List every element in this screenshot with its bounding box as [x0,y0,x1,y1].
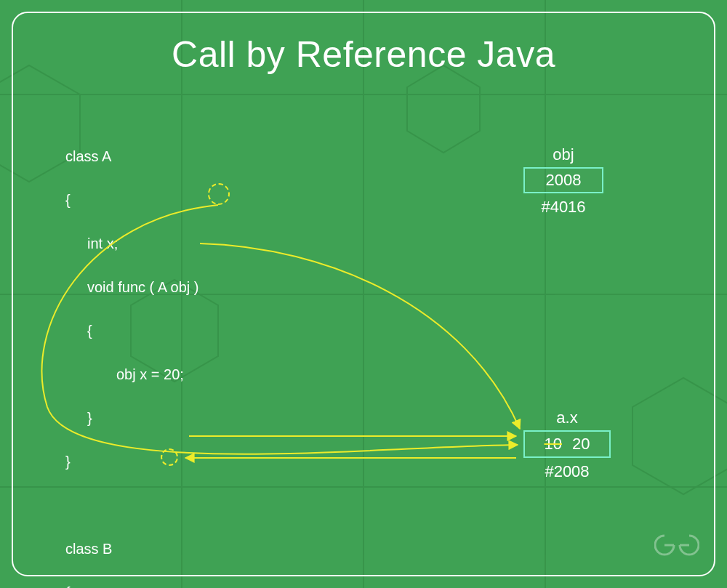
ax-old-value: 10 [545,435,562,454]
code-text: int x; [87,235,118,251]
highlight-circle-obj [208,183,230,205]
code-text: void func ( A [87,279,171,295]
code-line: class A [65,145,207,167]
diagram-title: Call by Reference Java [0,33,727,76]
ax-new-value: 20 [572,435,590,454]
obj-address: #4016 [523,198,603,217]
gfg-logo-icon [654,533,699,563]
obj-value-box: 2008 [523,167,603,193]
code-line: { [65,581,207,588]
code-text: } [87,410,92,426]
obj-value: 2008 [546,171,582,190]
highlight-circle-arg [161,448,178,466]
code-block: class A { int x; void func ( A obj ) { o… [65,124,207,588]
ax-value-box: 10 20 [523,430,611,458]
code-line: { [65,189,207,211]
code-text: ) [190,279,198,295]
obj-label: obj [523,145,603,164]
ax-address: #2008 [523,462,611,481]
code-text: obj x = 20; [116,366,184,382]
param-obj: obj [171,279,190,295]
ax-label: a.x [523,408,611,427]
code-text: { [87,323,92,339]
code-line: class B [65,538,207,560]
code-line: } [65,451,207,472]
